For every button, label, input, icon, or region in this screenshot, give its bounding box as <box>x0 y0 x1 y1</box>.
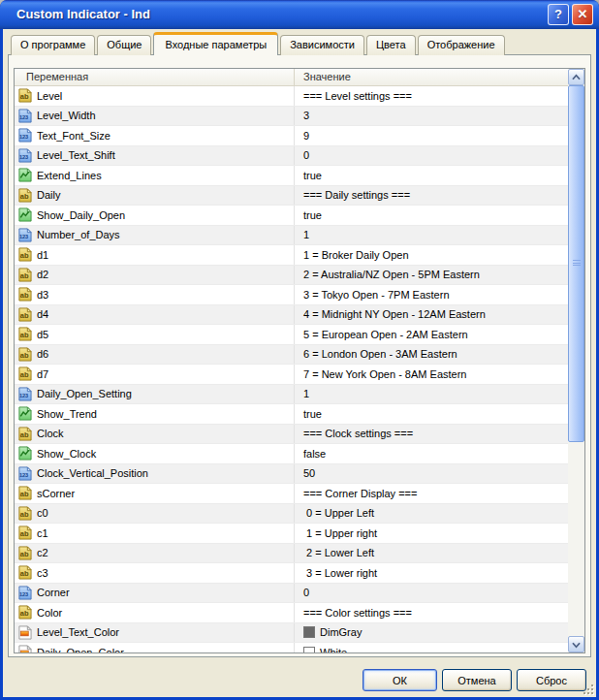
param-row-Clock_Vertical_Position[interactable]: 123Clock_Vertical_Position50 <box>15 464 568 485</box>
param-value-cell[interactable]: 0 = Upper Left <box>294 504 568 524</box>
param-row-sCorner[interactable]: absCorner=== Corner Display === <box>15 484 568 504</box>
param-value-cell[interactable]: 3 = Tokyo Open - 7PM Eastern <box>294 285 568 304</box>
param-row-Number_of_Days[interactable]: 123Number_of_Days1 <box>15 226 568 246</box>
tab-dependencies[interactable]: Зависимости <box>280 35 364 55</box>
param-value-cell[interactable]: 3 = Lower right <box>294 563 568 583</box>
scrollbar-track[interactable] <box>568 85 584 636</box>
param-row-Daily_Open_Setting[interactable]: 123Daily_Open_Setting1 <box>15 385 568 405</box>
svg-text:ab: ab <box>20 271 29 280</box>
param-value-cell[interactable]: 2 = Australia/NZ Open - 5PM Eastern <box>294 266 568 285</box>
param-value-cell[interactable]: 1 <box>294 385 568 404</box>
param-row-Show_Clock[interactable]: Show_Clockfalse <box>15 444 568 464</box>
param-name-cell: abd7 <box>15 366 294 381</box>
svg-text:ab: ab <box>20 292 29 301</box>
param-value: 6 = London Open - 3AM Eastern <box>303 348 457 360</box>
param-value-cell[interactable]: DimGray <box>294 623 568 643</box>
integer-param-icon: 123 <box>17 109 32 123</box>
param-name-cell: 123Clock_Vertical_Position <box>15 466 294 481</box>
param-row-d6[interactable]: abd66 = London Open - 3AM Eastern <box>15 345 568 366</box>
param-row-d7[interactable]: abd77 = New York Open - 8AM Eastern <box>15 365 568 385</box>
string-param-icon: ab <box>17 366 32 381</box>
param-row-Daily_Open_Color[interactable]: Daily_Open_ColorWhite <box>15 643 568 652</box>
param-value-cell[interactable]: true <box>294 166 568 185</box>
param-value-cell[interactable]: 0 <box>294 146 568 166</box>
scroll-up-icon[interactable] <box>568 69 584 85</box>
param-name: Number_of_Days <box>37 229 120 240</box>
param-row-c2[interactable]: abc2 2 = Lower Left <box>15 544 568 564</box>
param-value-cell[interactable]: 2 = Lower Left <box>294 544 568 563</box>
resize-grip[interactable] <box>583 684 595 696</box>
param-name: Level_Width <box>37 110 96 121</box>
param-value-cell[interactable]: 5 = European Open - 2AM Eastern <box>294 325 568 344</box>
param-value-cell[interactable]: 1 <box>294 226 568 245</box>
param-value-cell[interactable]: === Clock settings === <box>294 425 568 444</box>
param-row-d5[interactable]: abd55 = European Open - 2AM Eastern <box>15 325 568 345</box>
cancel-button[interactable]: Отмена <box>442 669 512 691</box>
param-row-Daily[interactable]: abDaily=== Daily settings === <box>15 186 568 207</box>
param-row-Level_Text_Shift[interactable]: 123Level_Text_Shift0 <box>15 146 568 167</box>
string-param-icon: ab <box>17 347 32 362</box>
param-value-cell[interactable]: 0 <box>294 584 568 603</box>
param-value-cell[interactable]: 4 = Midnight NY Open - 12AM Eastern <box>294 305 568 325</box>
param-row-d4[interactable]: abd44 = Midnight NY Open - 12AM Eastern <box>15 305 568 326</box>
param-value-cell[interactable]: 7 = New York Open - 8AM Eastern <box>294 365 568 384</box>
param-row-Clock[interactable]: abClock=== Clock settings === <box>15 425 568 445</box>
tab-common[interactable]: Общие <box>97 35 151 55</box>
param-name: d2 <box>37 269 48 280</box>
param-row-c3[interactable]: abc3 3 = Lower right <box>15 563 568 584</box>
integer-param-icon: 123 <box>17 387 32 401</box>
param-row-c1[interactable]: abc1 1 = Upper right <box>15 524 568 544</box>
param-row-Level_Width[interactable]: 123Level_Width3 <box>15 107 568 127</box>
param-name: Daily_Open_Color <box>37 647 124 652</box>
param-value-cell[interactable]: 6 = London Open - 3AM Eastern <box>294 345 568 365</box>
param-value-cell[interactable]: === Color settings === <box>294 603 568 622</box>
param-row-Level[interactable]: abLevel=== Level settings === <box>15 86 568 107</box>
string-param-icon: ab <box>17 565 32 580</box>
param-value: 3 <box>303 110 309 121</box>
param-value-cell[interactable]: 9 <box>294 126 568 145</box>
param-row-Corner[interactable]: 123Corner0 <box>15 584 568 604</box>
param-row-Show_Trend[interactable]: Show_Trendtrue <box>15 404 568 425</box>
reset-button[interactable]: Сброс <box>517 669 586 691</box>
param-value-cell[interactable]: 1 = Broker Daily Open <box>294 245 568 265</box>
svg-text:ab: ab <box>20 192 29 201</box>
param-name: c1 <box>37 527 48 539</box>
scroll-down-icon[interactable] <box>568 636 584 652</box>
tab-colors[interactable]: Цвета <box>366 35 416 55</box>
string-param-icon: ab <box>17 546 32 560</box>
scrollbar-thumb[interactable] <box>568 85 584 442</box>
param-row-c0[interactable]: abc0 0 = Upper Left <box>15 504 568 525</box>
svg-text:ab: ab <box>20 570 29 579</box>
param-row-Extend_Lines[interactable]: Extend_Linestrue <box>15 166 568 186</box>
param-value-cell[interactable]: false <box>294 444 568 463</box>
param-row-Show_Daily_Open[interactable]: Show_Daily_Opentrue <box>15 206 568 226</box>
vertical-scrollbar <box>568 69 584 652</box>
param-value-cell[interactable]: === Corner Display === <box>294 484 568 503</box>
param-value-cell[interactable]: === Daily settings === <box>294 186 568 206</box>
svg-text:ab: ab <box>20 610 29 619</box>
param-row-Color[interactable]: abColor=== Color settings === <box>15 603 568 623</box>
ok-button[interactable]: ОК <box>363 669 437 691</box>
param-value-cell[interactable]: White <box>294 643 568 652</box>
boolean-param-icon <box>17 446 32 461</box>
help-icon[interactable]: ? <box>548 4 569 25</box>
param-row-Text_Font_Size[interactable]: 123Text_Font_Size9 <box>15 126 568 146</box>
tab-inputs[interactable]: Входные параметры <box>153 32 278 55</box>
string-param-icon: ab <box>17 427 32 441</box>
string-param-icon: ab <box>17 88 32 103</box>
param-value-cell[interactable]: 1 = Upper right <box>294 524 568 543</box>
param-row-Level_Text_Color[interactable]: Level_Text_ColorDimGray <box>15 623 568 644</box>
param-value: 2 = Australia/NZ Open - 5PM Eastern <box>303 269 480 280</box>
param-value-cell[interactable]: 50 <box>294 464 568 484</box>
param-row-d1[interactable]: abd11 = Broker Daily Open <box>15 245 568 266</box>
tab-about[interactable]: О программе <box>11 35 95 55</box>
param-row-d2[interactable]: abd22 = Australia/NZ Open - 5PM Eastern <box>15 266 568 286</box>
param-value-cell[interactable]: true <box>294 206 568 225</box>
title-bar[interactable]: Custom Indicator - Ind ? ✕ <box>0 0 599 29</box>
close-icon[interactable]: ✕ <box>572 4 593 25</box>
param-row-d3[interactable]: abd33 = Tokyo Open - 7PM Eastern <box>15 285 568 305</box>
tab-display[interactable]: Отображение <box>418 35 505 55</box>
param-value-cell[interactable]: === Level settings === <box>294 86 568 106</box>
param-value-cell[interactable]: 3 <box>294 107 568 126</box>
param-value-cell[interactable]: true <box>294 404 568 424</box>
